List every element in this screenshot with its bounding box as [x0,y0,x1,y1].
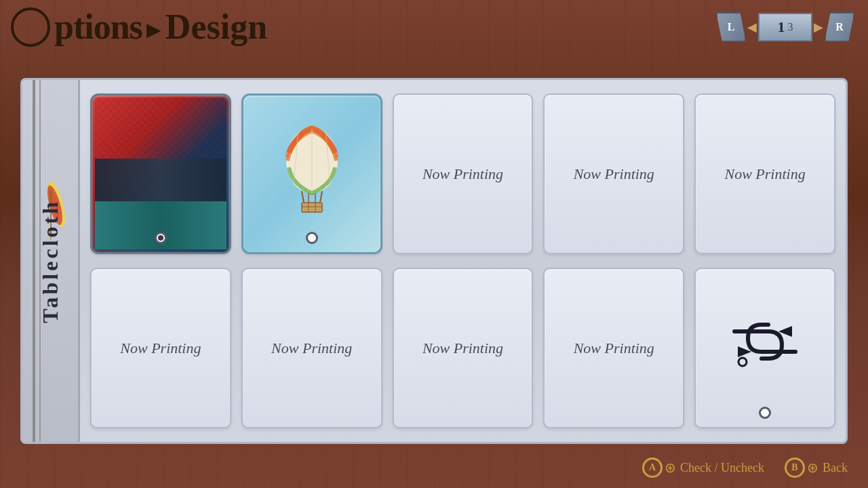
back-hint: B ⊛ Back [785,458,848,478]
pop-card-wrapper: Pop [241,94,382,254]
main-panel: Tablecloth Original [20,78,848,444]
btn-b-circle: B [785,458,805,478]
np5-card-wrapper: Now Printing [694,94,835,254]
check-uncheck-hint: A ⊛ Check / Uncheck [642,458,764,478]
page-indicator: L ◀ 1 3 ▶ R [716,12,854,42]
btn-b-icon: ⊛ [807,460,818,476]
sidebar-label: Tablecloth [38,199,63,323]
np6-card-wrapper: Now Printing [90,268,231,428]
radio-selected-original [155,232,167,244]
now-printing-7: Now Printing [271,340,352,357]
back-label: Back [823,461,848,475]
design-card-random[interactable] [694,268,835,428]
page-total: 3 [788,21,793,33]
now-printing-9: Now Printing [574,340,654,357]
random-card-wrapper: Random [694,268,835,428]
page-left-arrow: ◀ [747,20,757,35]
np3-card-wrapper: Now Printing [393,94,534,254]
radio-pop [306,232,318,244]
grid-row-2: Now Printing Now Printing Now Printing N… [90,268,835,428]
np8-card-wrapper: Now Printing [393,268,534,428]
original-card-wrapper: Original [90,94,231,254]
grid-row-1: Original [90,94,835,254]
now-printing-6: Now Printing [120,340,201,357]
design-card-np7[interactable]: Now Printing [241,268,382,428]
now-printing-5: Now Printing [724,165,805,183]
title-options: ptions [14,7,142,47]
page-right-arrow: ▶ [814,20,823,35]
design-card-np8[interactable]: Now Printing [393,268,534,428]
title-arrow: ▶ [146,18,161,41]
np4-card-wrapper: Now Printing [543,94,684,254]
design-card-np9[interactable]: Now Printing [543,268,684,428]
balloon-svg [264,120,359,215]
btn-a-group: A ⊛ [642,458,676,478]
shuffle-icon [728,311,802,372]
design-card-pop[interactable] [241,94,382,254]
btn-b-group: B ⊛ [785,458,818,478]
design-card-np3[interactable]: Now Printing [393,94,534,254]
svg-point-19 [738,358,747,366]
header: ptions ▶ Design L ◀ 1 3 ▶ R [0,7,868,47]
now-printing-4: Now Printing [574,165,654,183]
sidebar-line-1 [33,80,35,442]
radio-random [759,407,771,419]
title-circle-decoration [11,7,50,47]
sidebar: Tablecloth [22,80,80,442]
design-card-np4[interactable]: Now Printing [543,94,684,254]
grid-content: Original [80,80,846,442]
page-current: 1 [778,18,785,36]
page-title: ptions ▶ Design [14,7,267,47]
stripe-decoration [95,159,226,204]
np7-card-wrapper: Now Printing [241,268,382,428]
page-right-button[interactable]: R [825,12,854,42]
np9-card-wrapper: Now Printing [543,268,684,428]
svg-rect-13 [302,203,322,212]
btn-a-icon: ⊛ [665,460,676,476]
title-design-text: Design [165,7,267,47]
now-printing-3: Now Printing [422,165,503,183]
design-card-np6[interactable]: Now Printing [90,268,231,428]
design-card-original[interactable] [90,94,231,254]
check-uncheck-label: Check / Uncheck [680,461,764,475]
page-numbers: 1 3 [758,13,812,41]
original-card-inner [95,98,226,249]
btn-a-circle: A [642,458,663,478]
design-card-np5[interactable]: Now Printing [694,94,835,254]
bottom-bar: A ⊛ Check / Uncheck B ⊛ Back [0,447,868,488]
now-printing-8: Now Printing [422,340,503,357]
page-left-button[interactable]: L [716,12,746,42]
